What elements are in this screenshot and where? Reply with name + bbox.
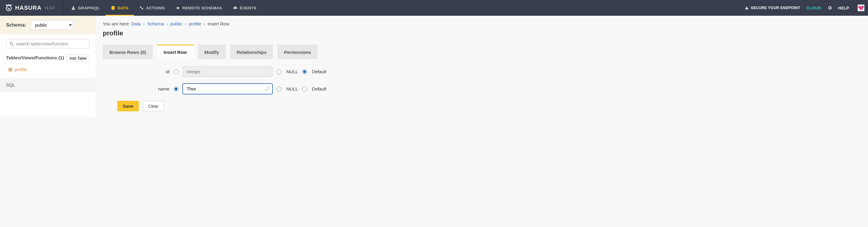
radio-value-name[interactable] [174, 86, 179, 91]
form-row-name: name NULL Default [115, 83, 861, 94]
schema-bar: Schema: public [0, 16, 95, 34]
secure-label: SECURE YOUR ENDPOINT [751, 6, 800, 10]
content: You are here: Data › Schema › public › p… [95, 16, 868, 117]
breadcrumb-schema[interactable]: Schema [147, 21, 164, 26]
breadcrumb-prefix: You are here: [103, 21, 130, 26]
sidebar-item-profile[interactable]: profile [6, 65, 89, 74]
default-label: Default [312, 86, 327, 91]
form-actions: Save Clear [117, 101, 861, 111]
nav-label: EVENTS [240, 6, 256, 10]
cloud-link[interactable]: CLOUD [806, 6, 821, 10]
svg-point-0 [6, 5, 11, 11]
cogs-icon [140, 6, 144, 10]
tab-modify[interactable]: Modify [198, 44, 226, 59]
nav-label: REMOTE SCHEMAS [182, 6, 222, 10]
svg-point-5 [10, 42, 13, 45]
save-button[interactable]: Save [117, 101, 139, 111]
input-name[interactable] [183, 83, 273, 94]
nav-label: DATA [118, 6, 128, 10]
field-label: name [115, 86, 169, 91]
schema-label: Schema: [6, 23, 26, 28]
null-label: NULL [286, 86, 298, 91]
expand-icon[interactable] [265, 87, 270, 91]
breadcrumb-sep: › [166, 21, 168, 26]
tab-relationships[interactable]: Relationships [230, 44, 273, 59]
radio-null-name[interactable] [277, 86, 282, 91]
brand-version: v1.3.2 [44, 6, 55, 10]
database-icon [111, 6, 115, 10]
nav-item-remote-schemas[interactable]: REMOTE SCHEMAS [170, 0, 227, 16]
tab-insert-row[interactable]: Insert Row [157, 44, 194, 59]
breadcrumb-public[interactable]: public [170, 21, 182, 26]
breadcrumb-data[interactable]: Data [131, 21, 141, 26]
heart-icon[interactable] [858, 5, 864, 11]
radio-default-id[interactable] [302, 69, 307, 74]
radio-default-name[interactable] [302, 86, 307, 91]
svg-point-3 [142, 8, 143, 9]
breadcrumb-current: Insert Row [208, 21, 229, 26]
breadcrumb-profile[interactable]: profile [189, 21, 201, 26]
tab-permissions[interactable]: Permissions [277, 44, 318, 59]
sidebar: Schema: public Tables/Views/Functions (1… [0, 16, 95, 117]
clear-button[interactable]: Clear [143, 101, 163, 111]
radio-null-id[interactable] [277, 69, 282, 74]
nav-items: GRAPHIQL DATA ACTIONS REMOTE SCHEMAS EVE… [66, 0, 262, 16]
brand-name: HASURA [15, 5, 41, 11]
nav-item-graphiql[interactable]: GRAPHIQL [66, 0, 105, 16]
search-box[interactable] [6, 39, 89, 48]
nav-divider [63, 0, 63, 16]
sidebar-item-label: profile [14, 67, 27, 72]
page-title: profile [103, 29, 861, 37]
schema-select[interactable]: public [31, 20, 73, 30]
tables-title: Tables/Views/Functions (1) [6, 54, 64, 61]
tabs: Browse Rows (0) Insert Row Modify Relati… [103, 44, 861, 59]
nav-label: ACTIONS [146, 6, 165, 10]
nav-label: GRAPHIQL [78, 6, 100, 10]
insert-row-form: id NULL Default name NULL [115, 66, 861, 94]
search-icon [9, 42, 13, 46]
breadcrumb: You are here: Data › Schema › public › p… [103, 21, 861, 26]
nav-item-data[interactable]: DATA [105, 0, 134, 16]
top-navbar: HASURA v1.3.2 GRAPHIQL DATA ACTIONS REMO… [0, 0, 868, 16]
secure-endpoint-link[interactable]: SECURE YOUR ENDPOINT [745, 6, 800, 10]
radio-value-id[interactable] [174, 69, 179, 74]
sql-label: SQL [6, 82, 15, 87]
search-input[interactable] [16, 41, 86, 46]
nav-item-events[interactable]: EVENTS [227, 0, 262, 16]
form-row-id: id NULL Default [115, 66, 861, 77]
svg-point-2 [140, 6, 142, 8]
cloud-icon [233, 6, 237, 10]
breadcrumb-sep: › [185, 21, 186, 26]
flask-icon [71, 6, 75, 10]
nav-right: SECURE YOUR ENDPOINT CLOUD HELP [745, 5, 863, 11]
nav-item-actions[interactable]: ACTIONS [134, 0, 170, 16]
null-label: NULL [286, 69, 298, 74]
tab-browse-rows[interactable]: Browse Rows (0) [103, 44, 153, 59]
add-table-button[interactable]: Add Table [66, 54, 89, 62]
breadcrumb-sep: › [204, 21, 205, 26]
brand[interactable]: HASURA v1.3.2 [5, 4, 55, 12]
default-label: Default [312, 69, 327, 74]
warning-icon [745, 6, 749, 10]
table-icon [8, 68, 12, 71]
hasura-logo-icon [5, 4, 13, 12]
breadcrumb-sep: › [143, 21, 145, 26]
plug-icon [176, 6, 180, 10]
sidebar-sql-link[interactable]: SQL [0, 78, 95, 92]
field-label: id [115, 69, 169, 74]
input-id [183, 66, 273, 77]
gear-icon[interactable] [827, 5, 832, 10]
help-link[interactable]: HELP [838, 6, 849, 10]
